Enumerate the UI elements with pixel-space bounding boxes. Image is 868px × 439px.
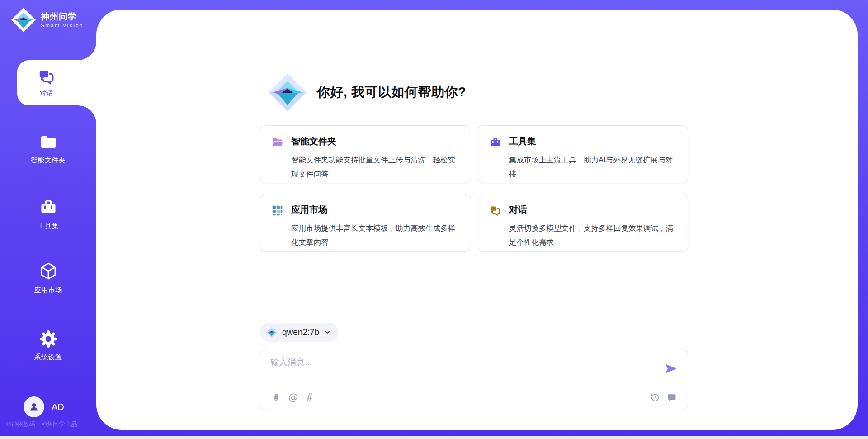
card-smart-folder[interactable]: 智能文件夹 智能文件夹功能支持批量文件上传与清洗，轻松实现文件问答 bbox=[260, 125, 470, 183]
model-name: qwen2:7b bbox=[282, 327, 319, 337]
main-panel: 你好, 我可以如何帮助你? 智能文件夹 智能文件夹功能支持批量文件上传与清洗，轻… bbox=[96, 10, 858, 430]
user-initials: AD bbox=[52, 402, 64, 412]
tab-curve-bottom bbox=[78, 105, 96, 124]
gear-icon bbox=[38, 329, 58, 349]
brand-name: 神州问学 bbox=[41, 11, 84, 22]
folder-icon bbox=[38, 132, 58, 152]
card-title: 对话 bbox=[509, 204, 679, 216]
sidebar-item-app-market[interactable]: 应用市场 bbox=[0, 261, 96, 295]
card-description: 智能文件夹功能支持批量文件上传与清洗，轻松实现文件问答 bbox=[291, 153, 461, 183]
avatar bbox=[24, 396, 44, 417]
card-title: 智能文件夹 bbox=[291, 135, 461, 148]
brand-gem-icon bbox=[11, 7, 36, 33]
message-input[interactable] bbox=[269, 356, 651, 381]
card-app-market[interactable]: 应用市场 应用市场提供丰富长文本模板，助力高效生成多样化文章内容 bbox=[260, 194, 470, 252]
card-description: 集成市场上主流工具，助力AI与外界无缝扩展与对接 bbox=[509, 153, 679, 183]
chat-icon bbox=[489, 205, 501, 217]
history-button[interactable] bbox=[650, 392, 660, 402]
sidebar-item-settings[interactable]: 系统设置 bbox=[0, 329, 96, 362]
card-title: 工具集 bbox=[509, 135, 679, 148]
card-description: 应用市场提供丰富长文本模板，助力高效生成多样化文章内容 bbox=[291, 221, 461, 252]
greeting: 你好, 我可以如何帮助你? bbox=[268, 73, 466, 112]
sidebar-item-label: 智能文件夹 bbox=[31, 156, 66, 165]
sidebar-item-chat[interactable]: 对话 bbox=[17, 60, 96, 105]
composer-divider bbox=[269, 384, 679, 384]
brand-subtitle: Smart Vision bbox=[41, 22, 84, 29]
card-title: 应用市场 bbox=[291, 204, 461, 216]
chat-icon bbox=[38, 68, 56, 86]
sidebar-item-label: 应用市场 bbox=[34, 286, 62, 295]
gem-logo-icon bbox=[268, 73, 307, 112]
sidebar-item-smart-folder[interactable]: 智能文件夹 bbox=[0, 132, 96, 165]
app-window: 神州问学 Smart Vision 对话 智能文件夹 bbox=[0, 0, 868, 439]
hash-icon: # bbox=[306, 392, 314, 402]
history-icon bbox=[650, 392, 660, 402]
card-toolset[interactable]: 工具集 集成市场上主流工具，助力AI与外界无缝扩展与对接 bbox=[478, 125, 688, 183]
chat-square-icon bbox=[667, 392, 677, 402]
tab-curve-top bbox=[78, 42, 96, 60]
chevron-down-icon bbox=[324, 329, 331, 336]
folder-open-icon bbox=[271, 136, 283, 148]
feature-cards: 智能文件夹 智能文件夹功能支持批量文件上传与清洗，轻松实现文件问答 工具集 bbox=[260, 125, 689, 252]
sidebar-item-label: 对话 bbox=[40, 89, 53, 98]
toolbox-icon bbox=[489, 136, 501, 148]
person-icon bbox=[28, 401, 40, 413]
gem-logo-icon bbox=[266, 326, 278, 338]
model-selector[interactable]: qwen2:7b bbox=[260, 323, 338, 342]
sidebar-item-label: 系统设置 bbox=[34, 353, 62, 362]
cube-icon bbox=[38, 261, 59, 282]
user-profile[interactable]: AD bbox=[24, 396, 64, 417]
mention-button[interactable]: @ bbox=[288, 392, 298, 402]
at-icon: @ bbox=[288, 392, 298, 402]
send-icon bbox=[663, 361, 678, 376]
card-description: 灵活切换多模型文件，支持多样回复效果调试，满足个性化需求 bbox=[509, 221, 679, 252]
sidebar-item-toolset[interactable]: 工具集 bbox=[0, 198, 96, 230]
send-button[interactable] bbox=[663, 361, 678, 376]
taskbar-edge bbox=[0, 436, 868, 439]
brand: 神州问学 Smart Vision bbox=[11, 7, 84, 33]
sidebar-item-label: 工具集 bbox=[38, 222, 59, 230]
paperclip-icon bbox=[271, 392, 281, 402]
attach-file-button[interactable] bbox=[271, 392, 281, 402]
topic-button[interactable]: # bbox=[306, 392, 314, 402]
message-composer: @ # bbox=[260, 349, 688, 410]
conversation-button[interactable] bbox=[667, 392, 677, 402]
footer-credit: ©神州数码 · 神州问学出品 bbox=[6, 420, 77, 429]
greeting-title: 你好, 我可以如何帮助你? bbox=[317, 83, 466, 101]
grid-icon bbox=[271, 205, 283, 217]
toolbox-icon bbox=[38, 198, 58, 218]
card-chat[interactable]: 对话 灵活切换多模型文件，支持多样回复效果调试，满足个性化需求 bbox=[478, 194, 688, 252]
